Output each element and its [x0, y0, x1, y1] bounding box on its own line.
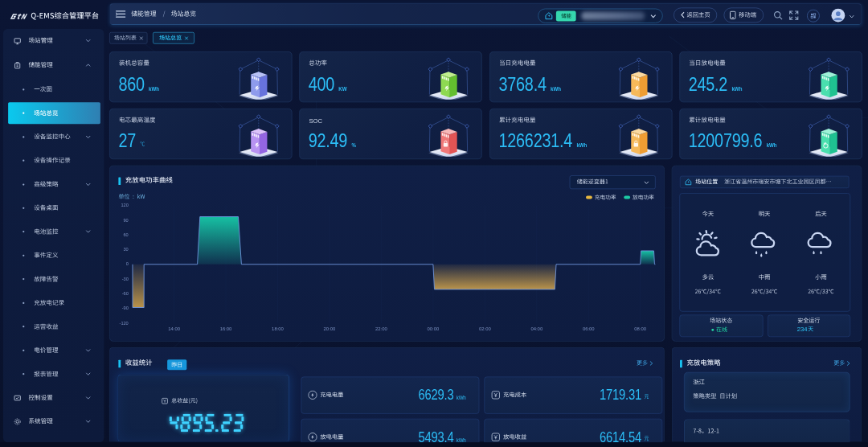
svg-text:14:00: 14:00: [168, 326, 180, 331]
svg-text:16:00: 16:00: [220, 326, 232, 331]
svg-text:90: 90: [124, 218, 129, 223]
svg-text:22:00: 22:00: [375, 326, 387, 331]
svg-text:60: 60: [124, 232, 129, 237]
svg-text:02:00: 02:00: [479, 326, 491, 331]
svg-text:120: 120: [121, 203, 128, 207]
svg-text:-120: -120: [120, 321, 129, 326]
svg-text:-30: -30: [122, 277, 129, 281]
svg-text:20:00: 20:00: [324, 326, 336, 331]
svg-text:-90: -90: [122, 306, 129, 310]
svg-text:00:00: 00:00: [428, 326, 440, 331]
svg-text:08:00: 08:00: [634, 326, 646, 331]
svg-text:04:00: 04:00: [530, 326, 542, 331]
svg-text:-60: -60: [122, 291, 129, 296]
svg-text:06:00: 06:00: [583, 326, 595, 331]
svg-text:30: 30: [124, 247, 129, 252]
svg-text:0: 0: [126, 261, 129, 266]
svg-text:18:00: 18:00: [272, 326, 284, 331]
